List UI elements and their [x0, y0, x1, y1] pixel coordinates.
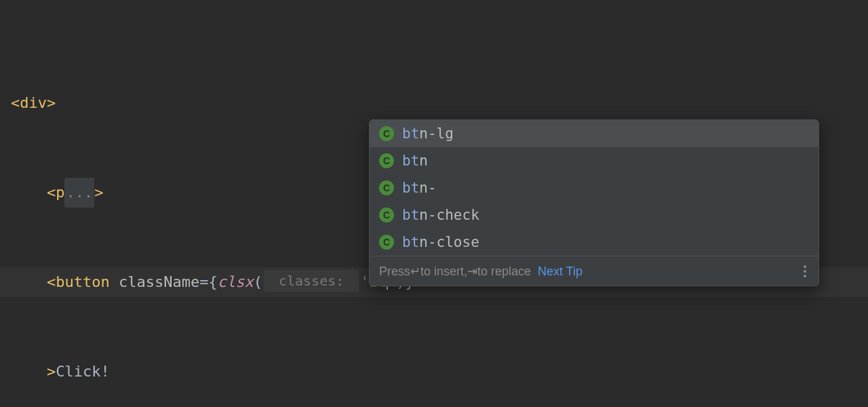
- equals: =: [199, 273, 208, 290]
- class-icon: C: [379, 126, 394, 141]
- class-icon: C: [379, 153, 394, 168]
- code-line[interactable]: >Click!: [0, 357, 868, 387]
- class-icon: C: [379, 180, 394, 195]
- autocomplete-item[interactable]: C btn-check: [370, 201, 818, 229]
- class-icon: C: [379, 208, 394, 222]
- match-text: bt: [402, 153, 419, 169]
- rest-text: n-lg: [419, 125, 454, 142]
- autocomplete-item[interactable]: C btn-lg: [370, 120, 818, 147]
- autocomplete-item[interactable]: C btn-close: [370, 229, 818, 256]
- fold-marker[interactable]: ...: [64, 178, 94, 208]
- class-icon: C: [379, 235, 394, 250]
- code-line[interactable]: <div>: [0, 88, 868, 118]
- footer-text-insert: to insert,: [420, 258, 467, 285]
- footer-text-replace: to replace: [477, 258, 531, 285]
- tag-open-button: <button: [47, 273, 110, 290]
- match-text: bt: [402, 125, 419, 142]
- fn-clsx: clsx: [218, 273, 254, 290]
- autocomplete-item[interactable]: C btn: [370, 147, 818, 174]
- next-tip-link[interactable]: Next Tip: [538, 258, 583, 285]
- tag-open-p: <p: [47, 184, 65, 201]
- autocomplete-footer: Press ↵ to insert, ⇥ to replace Next Tip: [370, 256, 818, 286]
- footer-text-press: Press: [379, 258, 410, 285]
- brace-open: {: [208, 273, 217, 290]
- param-hint: classes:: [271, 273, 352, 289]
- paren-open: (: [254, 273, 262, 290]
- more-options-icon[interactable]: [801, 263, 809, 280]
- enter-key-icon: ↵: [410, 258, 420, 285]
- rest-text: n-check: [419, 207, 479, 223]
- text-content: Click!: [56, 363, 109, 380]
- match-text: bt: [402, 207, 419, 223]
- rest-text: n-: [419, 180, 436, 196]
- tag-close-angle: >: [94, 184, 103, 201]
- rest-text: n: [419, 153, 428, 169]
- rest-text: n-close: [419, 234, 479, 250]
- attr-classname: className: [110, 273, 199, 290]
- tab-key-icon: ⇥: [467, 258, 477, 285]
- match-text: bt: [402, 234, 419, 250]
- autocomplete-item[interactable]: C btn-: [370, 174, 818, 201]
- string-open: ': [360, 273, 369, 290]
- tag-open-div: <div>: [11, 94, 56, 111]
- match-text: bt: [402, 180, 419, 196]
- tag-gt: >: [47, 363, 56, 380]
- autocomplete-popup: C btn-lg C btn C btn- C btn-check C btn-…: [369, 119, 819, 286]
